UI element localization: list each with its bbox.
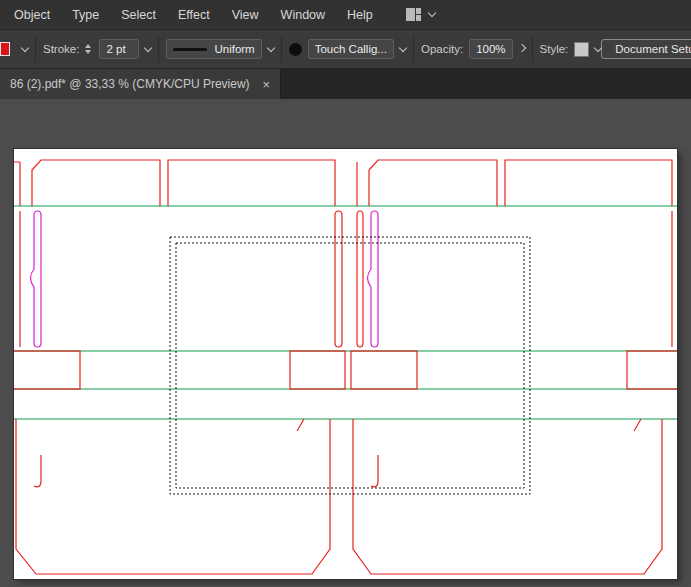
document-setup-button[interactable]: Document Setup [601,39,691,59]
opacity-input[interactable]: 100% [469,39,512,59]
menu-view[interactable]: View [221,0,270,30]
print-area-marks [170,237,530,494]
width-profile-value: Uniform [214,43,254,55]
uniform-profile-icon [173,48,207,51]
menu-select[interactable]: Select [110,0,167,30]
menu-object[interactable]: Object [3,0,61,30]
menu-window[interactable]: Window [270,0,336,30]
menu-effect[interactable]: Effect [167,0,221,30]
divider [413,36,414,62]
menu-bar: Object Type Select Effect View Window He… [0,0,691,30]
chevron-down-icon [428,9,436,17]
brush-chevron-down-icon[interactable] [399,43,407,51]
canvas-pasteboard[interactable] [0,99,691,586]
width-profile-select[interactable]: Uniform [166,39,261,59]
brush-definition-select[interactable]: Touch Callig... [308,39,394,59]
dieline-drawing [14,149,677,579]
stroke-label[interactable]: Stroke: [43,43,79,55]
style-swatch[interactable] [574,42,589,57]
divider [35,36,36,62]
divider [158,36,159,62]
brush-preview-icon [289,43,302,56]
close-icon[interactable]: × [263,78,271,91]
document-tab[interactable]: 86 (2).pdf* @ 33,33 % (CMYK/CPU Preview)… [0,69,281,99]
stroke-weight-stepper[interactable] [85,44,91,54]
fill-chevron-down-icon[interactable] [21,43,29,51]
menu-help[interactable]: Help [336,0,384,30]
cut-lines [14,160,677,574]
fill-color-swatch[interactable] [0,42,10,56]
menu-type[interactable]: Type [61,0,110,30]
document-tab-title: 86 (2).pdf* @ 33,33 % (CMYK/CPU Preview) [10,77,250,91]
style-label: Style: [540,43,569,55]
artboard[interactable] [14,149,677,579]
workspace-switcher[interactable] [406,8,435,21]
opacity-chevron-right-icon[interactable] [517,43,525,51]
control-bar: Stroke: 2 pt Uniform Touch Callig... Opa… [0,30,691,69]
divider [281,36,282,62]
perforation-lines [31,211,379,347]
document-tab-bar: 86 (2).pdf* @ 33,33 % (CMYK/CPU Preview)… [0,69,691,99]
stroke-weight-input[interactable]: 2 pt [99,39,139,59]
width-profile-chevron-down-icon[interactable] [266,43,274,51]
divider [532,36,533,62]
arrange-documents-icon [406,8,422,21]
opacity-label[interactable]: Opacity: [421,43,463,55]
stroke-weight-chevron-down-icon[interactable] [144,43,152,51]
